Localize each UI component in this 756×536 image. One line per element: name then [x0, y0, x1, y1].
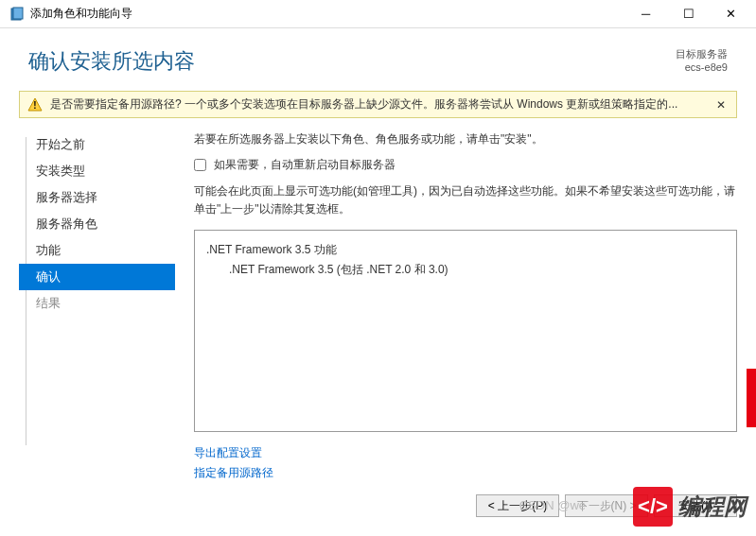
maximize-button[interactable]: ☐ [667, 1, 710, 27]
feature-item: .NET Framework 3.5 功能 [206, 240, 725, 260]
svg-text:!: ! [33, 100, 36, 111]
window-controls: ─ ☐ ✕ [624, 1, 752, 27]
sidebar-item-install-type[interactable]: 安装类型 [19, 158, 175, 184]
app-icon [9, 7, 25, 22]
warning-bar: ! 是否需要指定备用源路径? 一个或多个安装选项在目标服务器上缺少源文件。服务器… [19, 91, 737, 118]
window-title: 添加角色和功能向导 [30, 6, 624, 22]
sidebar-item-before-begin[interactable]: 开始之前 [19, 131, 175, 158]
features-list-box: .NET Framework 3.5 功能 .NET Framework 3.5… [194, 230, 737, 432]
auto-restart-row: 如果需要，自动重新启动目标服务器 [194, 157, 737, 173]
instruction-text-1: 若要在所选服务器上安装以下角色、角色服务或功能，请单击"安装"。 [194, 131, 737, 147]
page-title: 确认安装所选内容 [28, 47, 195, 76]
titlebar: 添加角色和功能向导 ─ ☐ ✕ [0, 0, 756, 28]
sidebar-item-server-selection[interactable]: 服务器选择 [19, 184, 175, 211]
instruction-text-2: 可能会在此页面上显示可选功能(如管理工具)，因为已自动选择这些功能。如果不希望安… [194, 182, 737, 218]
export-config-link[interactable]: 导出配置设置 [194, 443, 737, 463]
warning-icon: ! [27, 97, 43, 112]
target-server-name: ecs-e8e9 [676, 61, 728, 73]
sidebar-item-confirm[interactable]: 确认 [19, 264, 175, 290]
alt-source-link[interactable]: 指定备用源路径 [194, 463, 737, 483]
sidebar-item-features[interactable]: 功能 [19, 237, 175, 264]
minimize-button[interactable]: ─ [624, 1, 667, 27]
wizard-header: 确认安装所选内容 目标服务器 ecs-e8e9 [0, 28, 756, 85]
target-server-label: 目标服务器 [676, 47, 728, 61]
action-links: 导出配置设置 指定备用源路径 [194, 443, 737, 483]
target-server-info: 目标服务器 ecs-e8e9 [676, 47, 728, 73]
sidebar-item-results: 结果 [19, 290, 175, 317]
red-accent-strip [747, 369, 756, 427]
csdn-watermark: CSDN @we [519, 498, 586, 512]
brand-text: 编程网 [678, 492, 747, 522]
brand-watermark: </> 编程网 [633, 487, 747, 527]
sidebar-item-server-roles[interactable]: 服务器角色 [19, 211, 175, 237]
auto-restart-label: 如果需要，自动重新启动目标服务器 [214, 157, 396, 173]
warning-close-button[interactable]: ✕ [713, 98, 729, 112]
warning-text: 是否需要指定备用源路径? 一个或多个安装选项在目标服务器上缺少源文件。服务器将尝… [50, 96, 713, 112]
wizard-steps-sidebar: 开始之前 安装类型 服务器选择 服务器角色 功能 确认 结果 [19, 124, 175, 483]
auto-restart-checkbox[interactable] [194, 159, 206, 171]
brand-logo-icon: </> [633, 487, 673, 527]
feature-sub-item: .NET Framework 3.5 (包括 .NET 2.0 和 3.0) [206, 260, 725, 280]
close-button[interactable]: ✕ [710, 1, 752, 27]
svg-rect-1 [13, 8, 23, 19]
main-content: 若要在所选服务器上安装以下角色、角色服务或功能，请单击"安装"。 如果需要，自动… [175, 124, 737, 483]
